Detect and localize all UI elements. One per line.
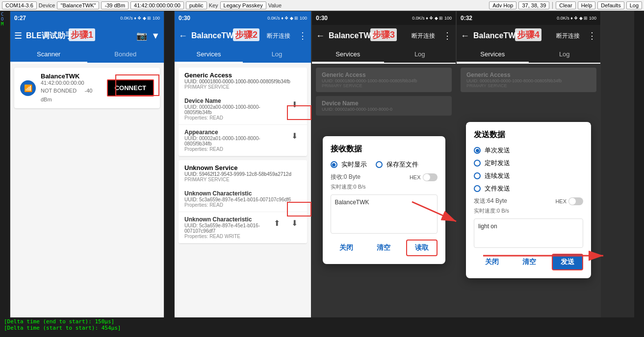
phone4-more-icon[interactable]: ⋮ — [588, 30, 596, 41]
phone3-more-icon[interactable]: ⋮ — [443, 30, 452, 41]
char-appearance-label: Appearance — [184, 129, 283, 136]
device-name-characteristic: Device Name UUID: 00002a00-0000-1000-800… — [179, 94, 307, 125]
phone1-tab-bonded[interactable]: Bonded — [87, 47, 164, 63]
log-line-2: [Delta time (start to start): 454μs] — [4, 325, 640, 331]
hex-toggle-switch-receive[interactable] — [423, 173, 438, 181]
save-file-radio[interactable] — [376, 161, 383, 168]
device-list-item[interactable]: 📶 BalanceTWK 41:42:00:00:00:00 NOT BONDE… — [14, 68, 160, 108]
hex-label-receive: HEX — [410, 174, 421, 180]
timer-send-radio[interactable] — [474, 160, 481, 167]
generic-access-group: Generic Access UUID: 00001800-0000-1000-… — [179, 68, 307, 156]
unknown-char-2: Unknown Characteristic UUID: 5c3a659e-89… — [179, 212, 307, 243]
phone4-tabs: Services Log — [457, 47, 600, 64]
continuous-send-radio[interactable] — [474, 172, 481, 179]
send-input-area[interactable]: light on — [474, 218, 583, 248]
phone2-screen: 0:30 0.0K/s ♦ ❖ ◆ ⊞ 100 ← BalanceTWK 断开连… — [174, 11, 311, 337]
phone4-back-icon[interactable]: ← — [461, 31, 469, 41]
phone4-title: BalanceTWK — [473, 31, 548, 40]
phone1-menu-icon[interactable]: ☰ — [14, 30, 22, 41]
log-button[interactable]: Log — [626, 1, 642, 9]
receive-option-row1: 实时显示 保存至文件 — [331, 160, 438, 169]
single-send-radio[interactable] — [474, 147, 481, 154]
char-download-btn-1[interactable]: ⬇ — [287, 97, 301, 111]
phone2-tab-log[interactable]: Log — [243, 47, 311, 63]
help-button[interactable]: Help — [578, 1, 596, 9]
visibility-selector[interactable]: public — [186, 1, 207, 9]
phone1-filter-icon[interactable]: ▼ — [151, 31, 160, 41]
phone4-status-bar: 0:32 0.0K/s ♦ ❖ ◆ ⊞ 100 — [457, 11, 600, 25]
com-port-selector[interactable]: COM14-3.6 — [2, 1, 37, 9]
phone3-tab-services[interactable]: Services — [312, 47, 384, 63]
timestamp-display[interactable]: 41:42:00:000:00:00 — [130, 1, 184, 9]
phone1-tab-scanner[interactable]: Scanner — [10, 47, 87, 63]
hex-toggle-switch-send[interactable] — [568, 197, 583, 205]
char-device-name-info: Device Name UUID: 00002a00-0000-1000-800… — [184, 97, 283, 120]
receive-close-btn[interactable]: 关闭 — [332, 240, 361, 256]
phone1-header: ☰ BLE调试助手 📷 ▼ — [10, 25, 164, 47]
char-download-btn-2[interactable]: ⬇ — [287, 129, 301, 143]
send-close-btn[interactable]: 关闭 — [477, 254, 507, 270]
phone3-disconnect-btn[interactable]: 断开连接 — [408, 30, 439, 42]
phone2-disconnect-btn[interactable]: 断开连接 — [263, 30, 294, 42]
receive-bytes-label: 接收:0 Byte — [331, 173, 361, 181]
bottom-log: [Delta time (end to start): 150μs] [Delt… — [0, 317, 644, 337]
device-name-display[interactable]: "BalanceTWK" — [57, 1, 99, 9]
file-send-radio[interactable] — [474, 185, 481, 192]
phone2-back-icon[interactable]: ← — [179, 31, 187, 41]
phone1-icons: 0.0K/s ♦ ❖ ◆ ⊞ 100 — [120, 16, 160, 21]
device-name: BalanceTWK — [41, 72, 102, 80]
device-info: BalanceTWK 41:42:00:00:00:00 NOT BONDED … — [41, 72, 102, 103]
rssi-display[interactable]: -39 dBm — [101, 1, 129, 9]
send-option-row1: 单次发送 — [474, 146, 583, 155]
generic-access-title: Generic Access — [184, 72, 301, 79]
char-download-btn-3[interactable]: ⬇ — [287, 216, 301, 230]
unknown-service-group: Unknown Service UUID: 59462f12-9543-9999… — [179, 160, 307, 243]
receive-info-row: 接收:0 Byte HEX — [331, 173, 438, 181]
realtime-radio[interactable] — [331, 161, 337, 168]
clear-button[interactable]: Clear — [556, 1, 575, 9]
phone3-status-bar: 0:30 0.0K/s ♦ ❖ ◆ ⊞ 100 — [312, 11, 456, 25]
connect-button[interactable]: CONNECT — [107, 79, 154, 96]
phone3-screen: 0:30 0.0K/s ♦ ❖ ◆ ⊞ 100 ← BalanceTWK 断开连… — [311, 11, 456, 337]
adv-hop-display[interactable]: Adv Hop — [489, 1, 516, 9]
phone4-tab-services[interactable]: Services — [457, 47, 529, 63]
continuous-send-label: 连续发送 — [485, 171, 510, 180]
unknown-char-2-info: Unknown Characteristic UUID: 5c3a659e-89… — [184, 216, 266, 239]
phone4-dialog-overlay: 发送数据 单次发送 定时发送 — [457, 64, 600, 337]
timer-send-label: 定时发送 — [485, 159, 510, 168]
realtime-label: 实时显示 — [341, 160, 367, 169]
send-dialog-buttons: 关闭 清空 发送 — [474, 254, 583, 270]
phone4-tab-log[interactable]: Log — [529, 47, 601, 63]
phone2-services-content: Generic Access UUID: 00001800-0000-1000-… — [175, 64, 311, 337]
send-info-row: 发送:64 Byte HEX — [474, 197, 583, 205]
phone2-more-icon[interactable]: ⋮ — [298, 30, 307, 41]
send-btn[interactable]: 发送 — [552, 254, 583, 270]
send-clear-btn[interactable]: 清空 — [515, 254, 544, 270]
defaults-button[interactable]: Defaults — [597, 1, 624, 9]
phone4-disconnect-btn[interactable]: 断开连接 — [552, 30, 584, 42]
phone2-tab-services[interactable]: Services — [175, 47, 243, 63]
phone3-tab-log[interactable]: Log — [384, 47, 456, 63]
phone4-background: Generic Access UUID: 00001800-0000-1000-… — [457, 64, 600, 337]
phone3-title: BalanceTWK — [329, 31, 404, 40]
receive-clear-btn[interactable]: 清空 — [369, 240, 398, 256]
char-upload-btn[interactable]: ⬆ — [270, 216, 283, 230]
phone3-wrapper: 0:30 0.0K/s ♦ ❖ ◆ ⊞ 100 ← BalanceTWK 断开连… — [311, 11, 456, 337]
unknown-char-2-label: Unknown Characteristic — [184, 216, 266, 223]
phone3-back-icon[interactable]: ← — [316, 31, 325, 41]
phone1-camera-icon[interactable]: 📷 — [136, 30, 147, 41]
phones-container: 0:27 0.0K/s ♦ ❖ ◆ ⊞ 100 ☰ BLE调试助手 📷 ▼ Sc… — [10, 11, 634, 337]
phone3-background: Generic Access UUID: 00001800-0000-1000-… — [312, 64, 456, 337]
adv-hop-value[interactable]: 37, 38, 39 — [518, 1, 549, 9]
send-option-row4: 文件发送 — [474, 184, 583, 193]
log-line-1: [Delta time (end to start): 150μs] — [4, 318, 640, 325]
send-option-row2: 定时发送 — [474, 159, 583, 168]
phone4-time: 0:32 — [461, 15, 472, 22]
device-label: Device — [39, 2, 55, 8]
key-type-selector[interactable]: Legacy Passkey — [220, 1, 266, 9]
send-option-row3: 连续发送 — [474, 171, 583, 180]
unknown-service-title: Unknown Service — [184, 164, 301, 171]
phone4-screen: 0:32 0.0K/s ♦ ❖ ◆ ⊞ 100 ← BalanceTWK 断开连… — [456, 11, 601, 337]
receive-read-btn[interactable]: 读取 — [406, 240, 438, 256]
phone4-header: ← BalanceTWK 断开连接 ⋮ — [457, 25, 600, 47]
